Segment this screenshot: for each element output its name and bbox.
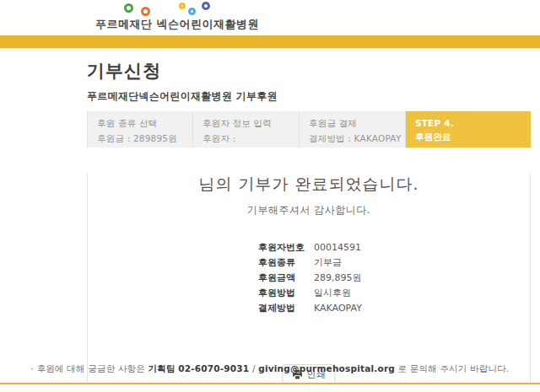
- step-tab-3-payment: 후원금 결제 결제방법 : KAKAOPAY: [300, 111, 406, 148]
- footer-suffix: 로 문의해 주시기 바랍니다.: [398, 363, 510, 373]
- step-detail: 후원완료: [415, 132, 531, 143]
- page-title: 기부신청: [87, 59, 531, 83]
- detail-value: 00014591: [314, 242, 361, 253]
- step-tab-1-donation-type: 후원 종류 선택 후원금 : 289895원: [87, 111, 193, 148]
- footer-phone: 02-6070-9031: [178, 363, 249, 373]
- detail-row-payment-method: 결제방법 KAKAOPAY: [258, 300, 530, 315]
- detail-value: KAKAOPAY: [314, 303, 362, 314]
- hospital-logo[interactable]: 푸르메재단 넥슨어린이재활병원: [95, 2, 264, 32]
- logo-dot-orange-icon: [141, 7, 150, 16]
- step-title: STEP 4.: [415, 118, 531, 128]
- footer-separator: /: [252, 363, 256, 373]
- step-tab-2-donor-info: 후원자 정보 입력 후원자 :: [193, 111, 300, 148]
- step-tabs: 후원 종류 선택 후원금 : 289895원 후원자 정보 입력 후원자 : 후…: [87, 111, 531, 148]
- donation-details-table: 후원자번호 00014591 후원종류 기부금 후원금액 289,895원 후원…: [258, 239, 530, 315]
- detail-value: 일시후원: [314, 287, 351, 299]
- detail-label: 후원자번호: [258, 241, 314, 254]
- detail-label: 후원금액: [258, 271, 314, 284]
- detail-value: 289,895원: [314, 271, 362, 284]
- step-title: 후원금 결제: [309, 118, 405, 130]
- step-detail: 후원금 : 289895원: [97, 133, 192, 145]
- logo-text: 푸르메재단 넥슨어린이재활병원: [95, 17, 264, 32]
- detail-label: 후원방법: [258, 287, 314, 299]
- completion-subheading: 기부해주셔서 감사합니다.: [88, 203, 530, 217]
- footer-email-link[interactable]: giving@purmehospital.org: [258, 363, 395, 373]
- footer-team: 기획팀: [148, 363, 176, 373]
- detail-label: 결제방법: [258, 302, 314, 314]
- detail-row-amount: 후원금액 289,895원: [258, 270, 530, 285]
- completion-panel: 님의 기부가 완료되었습니다. 기부해주셔서 감사합니다. 후원자번호 0001…: [87, 174, 531, 391]
- logo-dot-green-icon: [124, 3, 133, 13]
- detail-label: 후원종류: [258, 256, 314, 269]
- logo-dot-indigo-icon: [202, 2, 210, 10]
- completion-heading: 님의 기부가 완료되었습니다.: [88, 174, 530, 196]
- step-detail: 후원자 :: [202, 133, 299, 145]
- footer-prefix: · 후원에 대해 궁금한 사항은: [31, 363, 145, 373]
- step-title: 후원 종류 선택: [97, 118, 192, 130]
- detail-row-donor-number: 후원자번호 00014591: [258, 239, 530, 255]
- bottom-footer-area: [0, 384, 540, 392]
- detail-value: 기부금: [314, 256, 342, 269]
- detail-row-method: 후원방법 일시후원: [258, 285, 530, 300]
- step-tab-4-complete-active: STEP 4. 후원완료: [406, 111, 531, 148]
- logo-dot-yellow-icon: [179, 3, 186, 9]
- logo-dot-sky-icon: [188, 8, 196, 15]
- main-content: 기부신청 푸르메재단넥슨어린이재활병원 기부후원 후원 종류 선택 후원금 : …: [87, 59, 531, 391]
- detail-row-donation-type: 후원종류 기부금: [258, 255, 530, 270]
- step-detail: 결제방법 : KAKAOPAY: [309, 133, 405, 145]
- footer-contact-note: · 후원에 대해 궁금한 사항은 기획팀 02-6070-9031 / givi…: [0, 363, 540, 375]
- top-accent-bar: [0, 35, 540, 48]
- page-subtitle: 푸르메재단넥슨어린이재활병원 기부후원: [87, 89, 531, 104]
- step-title: 후원자 정보 입력: [202, 118, 299, 130]
- logo-dots-icon: [95, 2, 264, 16]
